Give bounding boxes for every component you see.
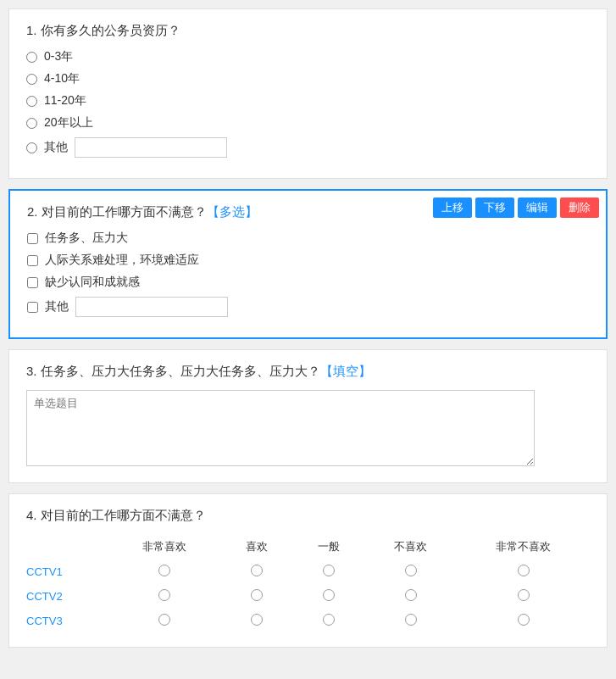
q2-option-3: 缺少认同和成就感 [27,275,589,290]
matrix-row-2-label: CCTV2 [26,584,108,609]
q2-checkbox-2[interactable] [27,255,38,266]
matrix-r1c1[interactable] [108,559,221,584]
question-2-suffix: 【多选】 [207,204,258,219]
matrix-radio-r2c5[interactable] [518,589,530,601]
matrix-r3c2[interactable] [221,609,293,633]
q2-other-input[interactable] [75,297,228,317]
matrix-r3c4[interactable] [364,609,457,633]
toolbar-up-button[interactable]: 上移 [433,198,472,218]
matrix-radio-r1c2[interactable] [251,565,263,576]
matrix-radio-r3c5[interactable] [518,614,530,626]
q2-option-4: 其他 [27,297,589,317]
matrix-radio-r2c3[interactable] [323,589,335,601]
q1-option-4: 20年以上 [26,115,590,131]
q2-label-1: 任务多、压力大 [45,231,128,246]
matrix-col-5: 非常不喜欢 [457,534,590,559]
matrix-radio-r3c3[interactable] [323,614,335,626]
question-3-block: 3. 任务多、压力大任务多、压力大任务多、压力大？【填空】 [8,349,608,483]
matrix-r3c1[interactable] [108,609,221,633]
question-2-toolbar: 上移 下移 编辑 删除 [433,198,599,218]
matrix-empty-header [26,534,108,559]
q1-option-1: 0-3年 [26,49,590,64]
matrix-row-1-label: CCTV1 [26,559,108,584]
toolbar-delete-button[interactable]: 删除 [560,198,599,218]
q2-option-2: 人际关系难处理，环境难适应 [27,253,589,268]
matrix-radio-r2c4[interactable] [405,589,417,601]
q1-option-2: 4-10年 [26,71,590,86]
q1-option-3: 11-20年 [26,93,590,109]
q1-radio-4[interactable] [26,118,37,129]
matrix-r1c3[interactable] [293,559,365,584]
q2-checkbox-4[interactable] [27,302,38,313]
question-4-matrix: 非常喜欢 喜欢 一般 不喜欢 非常不喜欢 CCTV1 CCTV2 [26,534,590,633]
matrix-row-3: CCTV3 [26,609,590,633]
matrix-col-2: 喜欢 [221,534,293,559]
q2-label-3: 缺少认同和成就感 [45,275,140,290]
q1-radio-2[interactable] [26,74,37,85]
matrix-radio-r1c1[interactable] [158,565,170,576]
q1-label-1: 0-3年 [44,49,73,64]
q2-checkbox-3[interactable] [27,277,38,288]
q1-radio-3[interactable] [26,96,37,107]
matrix-r1c2[interactable] [221,559,293,584]
question-2-block: 上移 下移 编辑 删除 2. 对目前的工作哪方面不满意？【多选】 任务多、压力大… [8,189,608,339]
matrix-r1c4[interactable] [364,559,457,584]
question-3-title: 3. 任务多、压力大任务多、压力大任务多、压力大？【填空】 [26,364,590,380]
q1-label-4: 20年以上 [44,115,93,131]
q1-label-2: 4-10年 [44,71,80,86]
matrix-radio-r1c3[interactable] [323,565,335,576]
matrix-col-1: 非常喜欢 [108,534,221,559]
q2-checkbox-1[interactable] [27,233,38,244]
matrix-r2c5[interactable] [457,584,590,609]
matrix-radio-r3c2[interactable] [251,614,263,626]
q1-radio-5[interactable] [26,142,37,153]
q1-label-5: 其他 [44,140,68,155]
q2-label-2: 人际关系难处理，环境难适应 [45,253,199,268]
matrix-r2c2[interactable] [221,584,293,609]
matrix-r2c4[interactable] [364,584,457,609]
matrix-radio-r2c1[interactable] [158,589,170,601]
matrix-r3c3[interactable] [293,609,365,633]
question-3-textarea[interactable] [26,390,535,466]
q1-option-5: 其他 [26,137,590,158]
question-4-block: 4. 对目前的工作哪方面不满意？ 非常喜欢 喜欢 一般 不喜欢 非常不喜欢 CC… [8,493,608,648]
matrix-r2c3[interactable] [293,584,365,609]
matrix-col-4: 不喜欢 [364,534,457,559]
q1-other-input[interactable] [75,137,227,158]
matrix-row-2: CCTV2 [26,584,590,609]
toolbar-down-button[interactable]: 下移 [475,198,514,218]
toolbar-edit-button[interactable]: 编辑 [518,198,557,218]
matrix-row-1: CCTV1 [26,559,590,584]
q2-option-1: 任务多、压力大 [27,231,589,246]
question-3-suffix: 【填空】 [320,364,371,378]
matrix-col-3: 一般 [293,534,365,559]
question-4-title: 4. 对目前的工作哪方面不满意？ [26,508,590,524]
q2-label-4: 其他 [45,299,69,314]
matrix-radio-r1c5[interactable] [518,565,530,576]
question-1-title: 1. 你有多久的公务员资历？ [26,23,590,39]
matrix-radio-r2c2[interactable] [251,589,263,601]
q1-label-3: 11-20年 [44,93,86,109]
q1-radio-1[interactable] [26,52,37,63]
matrix-r1c5[interactable] [457,559,590,584]
matrix-radio-r3c1[interactable] [158,614,170,626]
matrix-r3c5[interactable] [457,609,590,633]
matrix-radio-r3c4[interactable] [405,614,417,626]
matrix-radio-r1c4[interactable] [405,565,417,576]
matrix-r2c1[interactable] [108,584,221,609]
matrix-row-3-label: CCTV3 [26,609,108,633]
question-1-block: 1. 你有多久的公务员资历？ 0-3年 4-10年 11-20年 20年以上 其… [8,8,608,179]
